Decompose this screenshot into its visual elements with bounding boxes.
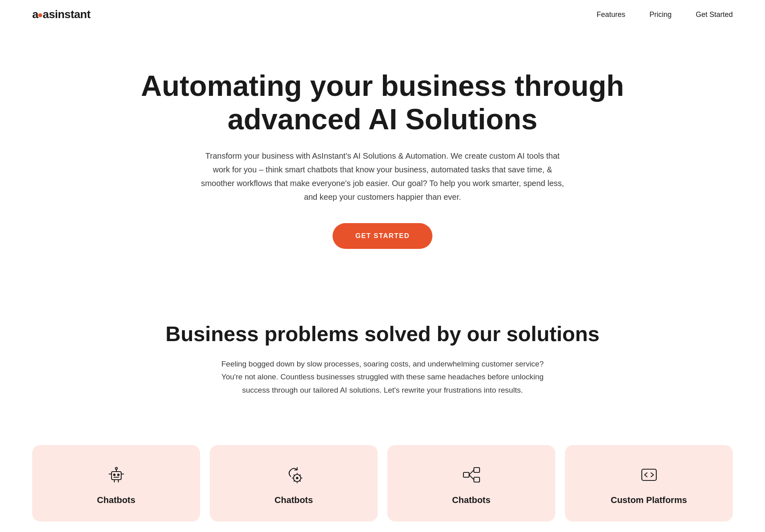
robot-icon xyxy=(106,464,127,487)
navbar: aasinstant Features Pricing Get Started xyxy=(0,0,765,29)
svg-line-18 xyxy=(300,475,300,476)
card-chatbots-2-title: Chatbots xyxy=(275,495,313,505)
card-chatbots-1-title: Chatbots xyxy=(97,495,135,505)
logo-text: asinstant xyxy=(43,8,90,21)
nav-features[interactable]: Features xyxy=(597,10,625,19)
card-custom-platforms[interactable]: Custom Platforms xyxy=(565,445,733,522)
svg-line-17 xyxy=(300,480,300,481)
cards-row: Chatbots Chatbots xyxy=(0,445,765,522)
card-chatbots-1[interactable]: Chatbots xyxy=(32,445,200,522)
solutions-title: Business problems solved by our solution… xyxy=(81,321,684,346)
automation-icon xyxy=(283,464,304,487)
svg-line-24 xyxy=(469,475,474,480)
svg-rect-22 xyxy=(474,477,480,482)
card-chatbots-3-title: Chatbots xyxy=(452,495,490,505)
svg-rect-0 xyxy=(112,472,121,480)
logo[interactable]: aasinstant xyxy=(32,8,91,21)
svg-line-19 xyxy=(294,480,294,481)
workflow-icon xyxy=(461,464,482,487)
svg-point-2 xyxy=(117,474,120,476)
svg-line-16 xyxy=(294,475,294,476)
nav-links: Features Pricing Get Started xyxy=(597,10,733,19)
hero-section: Automating your business through advance… xyxy=(0,29,765,281)
hero-cta-button[interactable]: GET STARTED xyxy=(333,223,432,249)
svg-line-23 xyxy=(469,470,474,475)
solutions-section: Business problems solved by our solution… xyxy=(0,281,765,445)
svg-rect-21 xyxy=(474,468,480,472)
hero-subtitle: Transform your business with AsInstant's… xyxy=(197,149,568,204)
svg-rect-25 xyxy=(642,469,656,480)
svg-point-11 xyxy=(296,477,298,479)
code-icon xyxy=(639,464,660,487)
solutions-subtitle: Feeling bogged down by slow processes, s… xyxy=(217,358,548,397)
nav-pricing[interactable]: Pricing xyxy=(649,10,672,19)
svg-point-1 xyxy=(113,474,116,476)
hero-title: Automating your business through advance… xyxy=(81,69,684,136)
card-chatbots-3[interactable]: Chatbots xyxy=(387,445,555,522)
svg-rect-20 xyxy=(463,472,469,477)
card-custom-platforms-title: Custom Platforms xyxy=(611,495,687,505)
nav-get-started[interactable]: Get Started xyxy=(696,10,733,19)
card-chatbots-2[interactable]: Chatbots xyxy=(210,445,378,522)
svg-point-4 xyxy=(115,467,117,469)
